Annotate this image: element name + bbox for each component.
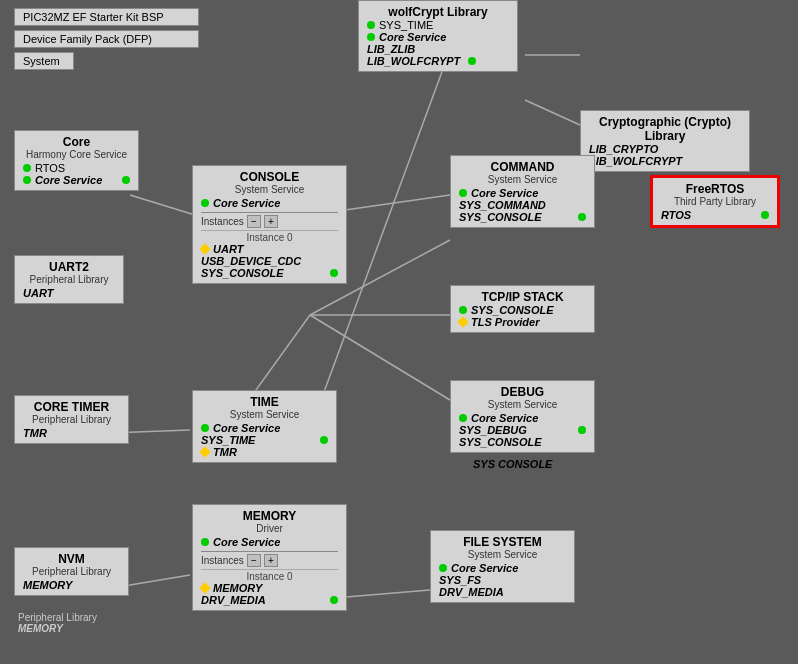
node-wolfcrypt-title: wolfCrypt Library — [367, 5, 509, 19]
svg-line-1 — [525, 100, 580, 125]
node-debug: DEBUG System Service Core Service SYS_DE… — [450, 380, 595, 453]
dot-con1 — [201, 199, 209, 207]
svg-line-6 — [310, 315, 450, 400]
node-command-subtitle: System Service — [459, 174, 586, 185]
node-uart2-uart: UART — [23, 287, 115, 299]
node-tcpip-title: TCP/IP STACK — [459, 290, 586, 304]
node-core-rtos: RTOS — [23, 162, 130, 174]
node-coretimer-tmr: TMR — [23, 427, 120, 439]
diamond-mem1 — [199, 582, 210, 593]
node-console-title: CONSOLE — [201, 170, 338, 184]
dot-cmd2 — [578, 213, 586, 221]
node-nvm-title: NVM — [23, 552, 120, 566]
node-memory-title: MEMORY — [201, 509, 338, 523]
btn-dfp[interactable]: Device Family Pack (DFP) — [14, 30, 199, 48]
node-filesystem-sysfs: SYS_FS — [439, 574, 566, 586]
node-uart2: UART2 Peripheral Library UART — [14, 255, 124, 304]
node-tcpip: TCP/IP STACK SYS_CONSOLE TLS Provider — [450, 285, 595, 333]
node-time: TIME System Service Core Service SYS_TIM… — [192, 390, 337, 463]
memory-instances: Instances − + Instance 0 MEMORY DRV_MEDI… — [201, 551, 338, 606]
console-minus-btn[interactable]: − — [247, 215, 261, 228]
node-time-coreservice: Core Service — [201, 422, 328, 434]
node-nvm: NVM Peripheral Library MEMORY — [14, 547, 129, 596]
node-debug-subtitle: System Service — [459, 399, 586, 410]
memory-instance0: Instance 0 MEMORY DRV_MEDIA — [201, 569, 338, 606]
node-crypto-libcrypto: LIB_CRYPTO — [589, 143, 741, 155]
peripheral-label: Peripheral Library MEMORY — [18, 612, 97, 634]
node-console-subtitle: System Service — [201, 184, 338, 195]
dot-dbg1 — [459, 414, 467, 422]
node-wolfcrypt-libzlib: LIB_ZLIB — [367, 43, 509, 55]
node-crypto: Cryptographic (Crypto) Library LIB_CRYPT… — [580, 110, 750, 172]
node-tcpip-sysconsole: SYS_CONSOLE — [459, 304, 586, 316]
node-debug-coreservice: Core Service — [459, 412, 586, 424]
node-time-systime: SYS_TIME — [201, 434, 328, 446]
node-wolfcrypt-coreservice: Core Service — [367, 31, 509, 43]
node-command-coreservice: Core Service — [459, 187, 586, 199]
node-command-sysconsole: SYS_CONSOLE — [459, 211, 586, 223]
console-instances: Instances − + Instance 0 UART USB_DEVICE… — [201, 212, 338, 279]
node-wolfcrypt-libwolfcrypt: LIB_WOLFCRYPT — [367, 55, 509, 67]
dot-mem1 — [201, 538, 209, 546]
node-memory: MEMORY Driver Core Service Instances − +… — [192, 504, 347, 611]
node-time-tmr: TMR — [201, 446, 328, 458]
node-command-title: COMMAND — [459, 160, 586, 174]
diamond-con1 — [199, 243, 210, 254]
dot-cmd1 — [459, 189, 467, 197]
node-freertos-title: FreeRTOS — [661, 182, 769, 196]
node-coretimer-subtitle: Peripheral Library — [23, 414, 120, 425]
node-console: CONSOLE System Service Core Service Inst… — [192, 165, 347, 284]
dot-rtos — [23, 164, 31, 172]
node-memory-coreservice: Core Service — [201, 536, 338, 548]
dot-fr1 — [761, 211, 769, 219]
memory-minus-btn[interactable]: − — [247, 554, 261, 567]
dot-time1 — [201, 424, 209, 432]
btn-system[interactable]: System — [14, 52, 74, 70]
dot-con2 — [330, 269, 338, 277]
node-core-subtitle: Harmony Core Service — [23, 149, 130, 160]
dot-wc2 — [367, 33, 375, 41]
node-nvm-subtitle: Peripheral Library — [23, 566, 120, 577]
dot-time2 — [320, 436, 328, 444]
node-wolfcrypt-systime: SYS_TIME — [367, 19, 509, 31]
node-coretimer-title: CORE TIMER — [23, 400, 120, 414]
node-freertos: FreeRTOS Third Party Library RTOS — [650, 175, 780, 228]
node-time-title: TIME — [201, 395, 328, 409]
node-command: COMMAND System Service Core Service SYS_… — [450, 155, 595, 228]
node-debug-sysconsole: SYS_CONSOLE — [459, 436, 586, 448]
node-uart2-subtitle: Peripheral Library — [23, 274, 115, 285]
node-filesystem-coreservice: Core Service — [439, 562, 566, 574]
node-filesystem: FILE SYSTEM System Service Core Service … — [430, 530, 575, 603]
memory-plus-btn[interactable]: + — [264, 554, 278, 567]
node-freertos-subtitle: Third Party Library — [661, 196, 769, 207]
dot-dbg2 — [578, 426, 586, 434]
node-tcpip-tlsprovider: TLS Provider — [459, 316, 586, 328]
dot-fs1 — [439, 564, 447, 572]
node-filesystem-subtitle: System Service — [439, 549, 566, 560]
node-wolfcrypt: wolfCrypt Library SYS_TIME Core Service … — [358, 0, 518, 72]
node-crypto-libwolfcrypt: LIB_WOLFCRYPT — [589, 155, 741, 167]
dot-wc1 — [367, 21, 375, 29]
node-debug-sysdebug: SYS_DEBUG — [459, 424, 586, 436]
diamond-time1 — [199, 446, 210, 457]
node-debug-title: DEBUG — [459, 385, 586, 399]
node-coretimer: CORE TIMER Peripheral Library TMR — [14, 395, 129, 444]
node-filesystem-title: FILE SYSTEM — [439, 535, 566, 549]
dot-coreservice-right — [122, 176, 130, 184]
node-uart2-title: UART2 — [23, 260, 115, 274]
node-nvm-memory: MEMORY — [23, 579, 120, 591]
node-filesystem-drvmedia: DRV_MEDIA — [439, 586, 566, 598]
console-instance0: Instance 0 UART USB_DEVICE_CDC SYS_CONSO… — [201, 230, 338, 279]
node-command-syscommand: SYS_COMMAND — [459, 199, 586, 211]
svg-line-2 — [130, 195, 195, 215]
node-crypto-title: Cryptographic (Crypto) Library — [589, 115, 741, 143]
node-memory-subtitle: Driver — [201, 523, 338, 534]
node-time-subtitle: System Service — [201, 409, 328, 420]
dot-mem2 — [330, 596, 338, 604]
node-console-coreservice: Core Service — [201, 197, 338, 209]
diamond-tcp1 — [457, 316, 468, 327]
dot-tcp1 — [459, 306, 467, 314]
console-plus-btn[interactable]: + — [264, 215, 278, 228]
btn-bsp[interactable]: PIC32MZ EF Starter Kit BSP — [14, 8, 199, 26]
node-freertos-rtos: RTOS — [661, 209, 769, 221]
